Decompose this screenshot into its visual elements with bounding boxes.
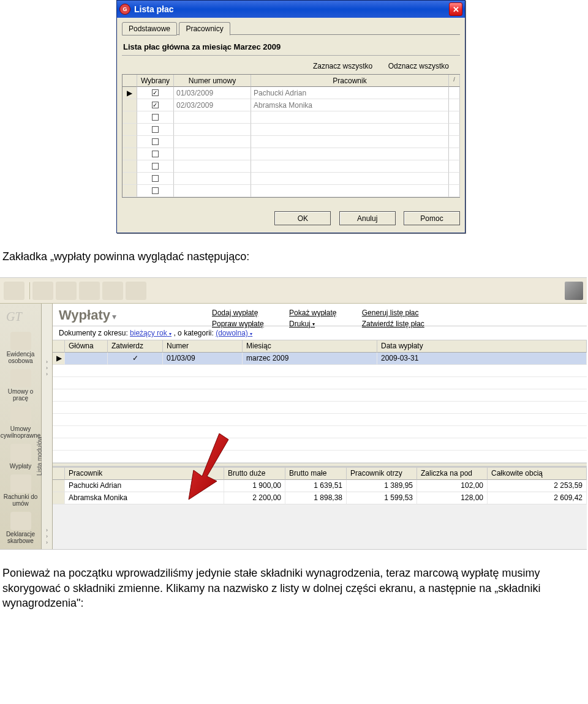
titlebar: G Lista płac ✕ xyxy=(117,1,465,18)
table-row[interactable]: ▶01/03/2009Pachucki Adrian xyxy=(123,87,460,99)
row-marker xyxy=(123,148,137,160)
cell-contract xyxy=(174,148,251,160)
checkbox-cell[interactable] xyxy=(137,185,174,197)
col-data[interactable]: Data wypłaty xyxy=(377,340,587,353)
employee-grid[interactable]: Wybrany Numer umowy Pracownik / ▶01/03/2… xyxy=(122,74,460,198)
module-gutter[interactable]: › › › Lista modułów ››› xyxy=(42,304,53,549)
deselect-all-link[interactable]: Odznacz wszystko xyxy=(388,62,449,70)
toolbar-icon[interactable] xyxy=(32,282,53,300)
sidebar-item-ewidencja[interactable]: Ewidencja osobowa xyxy=(0,332,41,364)
checkbox-icon[interactable] xyxy=(152,175,159,182)
cell-prac-otrzy: 1 599,53 xyxy=(347,492,417,504)
cube-icon[interactable] xyxy=(565,282,583,300)
cell-employee xyxy=(251,148,449,160)
ok-button[interactable]: OK xyxy=(274,211,331,225)
checkbox-icon[interactable] xyxy=(152,102,159,108)
col-calkowite[interactable]: Całkowite obcią xyxy=(488,468,587,480)
toolbar-icon[interactable] xyxy=(4,282,24,300)
app-frame: GT Ewidencja osobowa Umowy o pracę Umowy… xyxy=(0,277,587,550)
checkbox-icon[interactable] xyxy=(152,114,159,121)
module-list-label: Lista modułów xyxy=(36,436,43,476)
window-title: Lista płac xyxy=(134,4,449,14)
col-prac-otrzy[interactable]: Pracownik otrzy xyxy=(347,468,417,480)
table-row[interactable]: 02/03/2009Abramska Monika xyxy=(123,99,460,111)
checkbox-cell[interactable] xyxy=(137,111,174,124)
col-sort[interactable]: / xyxy=(449,75,460,87)
employee-detail-grid[interactable]: Pracownik Brutto duże Brutto małe Pracow… xyxy=(53,466,587,504)
table-row[interactable] xyxy=(123,124,460,136)
sidebar-item-deklaracje[interactable]: Deklaracje skarbowe xyxy=(0,512,41,544)
row-marker: ▶ xyxy=(123,87,137,99)
checkbox-cell[interactable] xyxy=(137,124,174,136)
table-row[interactable] xyxy=(123,136,460,148)
row-marker xyxy=(123,185,137,197)
checkbox-icon[interactable] xyxy=(152,138,159,145)
filter-period-value[interactable]: bieżący rok ▾ xyxy=(130,329,172,337)
cell-contract: 01/03/2009 xyxy=(174,87,251,99)
tab-employees[interactable]: Pracownicy xyxy=(179,22,230,36)
col-brutto-duze[interactable]: Brutto duże xyxy=(224,468,285,480)
col-glowna[interactable]: Główna xyxy=(65,340,108,353)
checkbox-cell[interactable] xyxy=(137,99,174,111)
sidebar-item-umowy-prace[interactable]: Umowy o pracę xyxy=(0,369,41,402)
col-brutto-male[interactable]: Brutto małe xyxy=(285,468,347,480)
cell-employee xyxy=(251,136,449,148)
row-marker xyxy=(123,111,137,124)
checkbox-cell[interactable] xyxy=(137,160,174,173)
payroll-row[interactable]: ▶ ✓ 01/03/09 marzec 2009 2009-03-31 xyxy=(53,353,587,365)
app-icon: G xyxy=(119,4,130,15)
help-button[interactable]: Pomoc xyxy=(404,211,460,225)
toolbar-icon[interactable] xyxy=(56,282,77,300)
link-approve-payroll[interactable]: Zatwierdź listę płac xyxy=(362,318,424,329)
payroll-list-grid[interactable]: Główna Zatwierdz Numer Miesiąc Data wypł… xyxy=(53,340,587,463)
title-dropdown-icon[interactable]: ▾ xyxy=(112,312,116,321)
sidebar-item-wyplaty[interactable]: Wypłaty xyxy=(0,444,41,470)
col-contract[interactable]: Numer umowy xyxy=(174,75,251,87)
toolbar-icon[interactable] xyxy=(102,282,123,300)
checkbox-cell[interactable] xyxy=(137,173,174,185)
checkbox-icon[interactable] xyxy=(152,151,159,157)
checkbox-icon[interactable] xyxy=(152,163,159,170)
checkbox-cell[interactable] xyxy=(137,87,174,99)
table-row[interactable] xyxy=(123,160,460,173)
link-edit-payout[interactable]: Popraw wypłatę xyxy=(212,318,264,329)
col-miesiac[interactable]: Miesiąc xyxy=(243,340,377,353)
close-button[interactable]: ✕ xyxy=(449,2,462,16)
col-numer[interactable]: Numer xyxy=(163,340,243,353)
sidebar-item-rachunki[interactable]: Rachunki do umów xyxy=(0,474,41,507)
table-row[interactable] xyxy=(123,111,460,124)
row-marker xyxy=(123,99,137,111)
checkbox-icon[interactable] xyxy=(152,126,159,133)
link-show-payout[interactable]: Pokaż wypłatę xyxy=(289,307,336,318)
col-zatwierdz[interactable]: Zatwierdz xyxy=(108,340,163,353)
toolbar-icon[interactable] xyxy=(126,282,146,300)
cell-contract xyxy=(174,185,251,197)
col-selected[interactable]: Wybrany xyxy=(137,75,174,87)
checkbox-cell[interactable] xyxy=(137,136,174,148)
cell-contract: 02/03/2009 xyxy=(174,99,251,111)
cancel-button[interactable]: Anuluj xyxy=(339,211,396,225)
col-zaliczka[interactable]: Zaliczka na pod xyxy=(417,468,488,480)
toolbar-icon[interactable] xyxy=(79,282,100,300)
employee-row[interactable]: Abramska Monika2 200,001 898,381 599,531… xyxy=(53,492,587,504)
col-pracownik[interactable]: Pracownik xyxy=(65,468,224,480)
cell-approved: ✓ xyxy=(108,353,163,365)
select-all-link[interactable]: Zaznacz wszystko xyxy=(313,62,372,70)
link-print[interactable]: Drukuj ▾ xyxy=(289,318,336,331)
checkbox-icon[interactable] xyxy=(152,89,159,96)
cell-prac-otrzy: 1 389,95 xyxy=(347,480,417,492)
table-row[interactable] xyxy=(123,148,460,160)
sidebar-item-umowy-cyw[interactable]: Umowy cywilnoprawne xyxy=(0,406,41,439)
table-row[interactable] xyxy=(123,173,460,185)
employee-row[interactable]: Pachucki Adrian1 900,001 639,511 389,951… xyxy=(53,480,587,492)
link-add-payout[interactable]: Dodaj wypłatę xyxy=(212,307,264,318)
checkbox-icon[interactable] xyxy=(152,187,159,194)
link-generate-payroll[interactable]: Generuj listę płac xyxy=(362,307,424,318)
table-row[interactable] xyxy=(123,185,460,197)
checkbox-cell[interactable] xyxy=(137,148,174,160)
cell-brutto-duze: 1 900,00 xyxy=(224,480,285,492)
doc-caption-2: Ponieważ na początku wprowadziliśmy jedy… xyxy=(2,566,586,610)
tab-basic[interactable]: Podstawowe xyxy=(122,22,177,36)
cell-employee xyxy=(251,111,449,124)
col-employee[interactable]: Pracownik xyxy=(251,75,449,87)
